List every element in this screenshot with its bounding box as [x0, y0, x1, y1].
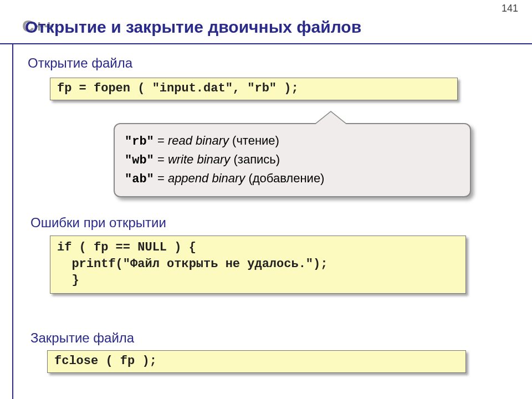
heading-open-file: Открытие файла	[28, 55, 132, 71]
mode-ru: (запись)	[230, 152, 280, 166]
mode-row-wb: "wb" = write binary (запись)	[125, 151, 460, 170]
title-underline	[0, 43, 532, 44]
mode-eq: =	[154, 171, 168, 185]
page-title: Открытие и закрытие двоичных файлов	[25, 18, 361, 37]
mode-code: "wb"	[125, 154, 154, 167]
mode-eng: write binary	[168, 152, 230, 166]
mode-ru: (чтение)	[229, 134, 279, 147]
mode-code: "ab"	[125, 172, 154, 186]
heading-close-file: Закрытие файла	[30, 330, 134, 346]
mode-row-rb: "rb" = read binary (чтение)	[125, 132, 460, 151]
mode-eq: =	[154, 134, 168, 147]
callout-pointer	[314, 112, 347, 125]
mode-eng: read binary	[168, 134, 229, 147]
code-fclose: fclose ( fp );	[47, 350, 466, 373]
mode-eq: =	[154, 152, 168, 166]
modes-callout: "rb" = read binary (чтение) "wb" = write…	[114, 123, 471, 197]
mode-eng: append binary	[168, 171, 245, 185]
left-vertical-rule	[12, 44, 13, 399]
heading-open-errors: Ошибки при открытии	[30, 215, 166, 231]
code-fopen: fp = fopen ( "input.dat", "rb" );	[50, 78, 458, 100]
page-number: 141	[502, 3, 518, 14]
mode-ru: (добавление)	[245, 171, 324, 185]
mode-code: "rb"	[125, 135, 154, 149]
code-error-check: if ( fp == NULL ) { printf("Файл открыть…	[50, 236, 466, 294]
mode-row-ab: "ab" = append binary (добавление)	[125, 170, 460, 188]
